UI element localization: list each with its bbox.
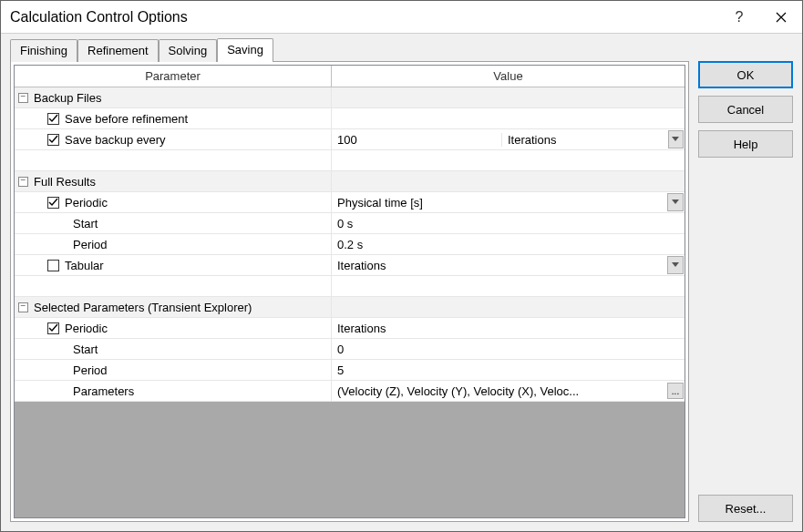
checkbox-save-before-refinement[interactable] <box>47 113 59 125</box>
group-text: Backup Files <box>34 91 101 105</box>
param-label: Parameters <box>73 384 134 398</box>
reset-button[interactable]: Reset... <box>698 495 793 522</box>
full-tabular-dropdown[interactable] <box>667 256 684 274</box>
param-label: Start <box>73 217 98 230</box>
check-icon <box>48 135 58 145</box>
checkbox-full-tabular[interactable] <box>47 260 59 271</box>
collapse-icon[interactable] <box>18 93 28 103</box>
param-cell: Period <box>15 360 332 380</box>
check-icon <box>48 114 58 124</box>
titlebar-buttons: ? <box>718 1 802 33</box>
param-label: Start <box>73 343 98 356</box>
dialog-body: Finishing Refinement Solving Saving Para… <box>1 34 802 531</box>
row-save-before-refinement: Save before refinement <box>15 108 685 129</box>
sel-period-value: 5 <box>332 363 685 377</box>
left-column: Finishing Refinement Solving Saving Para… <box>10 37 689 522</box>
row-sel-period: Period 5 <box>15 360 685 381</box>
value-cell: (Velocity (Z), Velocity (Y), Velocity (X… <box>332 381 685 401</box>
cancel-button[interactable]: Cancel <box>698 96 793 123</box>
property-grid: Parameter Value Backup Files <box>14 65 685 518</box>
check-icon <box>48 323 58 333</box>
collapse-icon[interactable] <box>18 177 28 187</box>
help-button[interactable]: Help <box>698 130 793 158</box>
row-full-periodic: Periodic Physical time [s] <box>15 192 685 213</box>
value-cell[interactable]: 0 s <box>332 213 685 233</box>
titlebar: Calculation Control Options ? <box>1 1 802 34</box>
param-cell: Save backup every <box>15 129 332 149</box>
header-value: Value <box>332 66 685 87</box>
backup-unit-value[interactable]: Iterations <box>502 133 668 147</box>
sel-start-value: 0 <box>332 343 685 356</box>
param-cell: Start <box>15 213 332 233</box>
param-label: Period <box>73 238 108 251</box>
param-cell: Period <box>15 234 332 254</box>
grid-empty-area <box>15 402 685 517</box>
tab-finishing[interactable]: Finishing <box>10 39 77 62</box>
group-label[interactable]: Full Results <box>15 171 332 191</box>
right-button-column: OK Cancel Help Reset... <box>698 37 793 522</box>
grid-rows: Backup Files Save before refinement <box>15 87 685 402</box>
chevron-down-icon <box>672 200 679 205</box>
param-label: Save before refinement <box>65 112 188 126</box>
group-selected-parameters: Selected Parameters (Transient Explorer) <box>15 297 685 318</box>
value-cell[interactable]: Iterations <box>332 318 685 338</box>
value-cell[interactable]: 5 <box>332 360 685 380</box>
collapse-icon[interactable] <box>18 302 28 312</box>
full-tabular-value[interactable]: Iterations <box>332 259 667 272</box>
header-parameter: Parameter <box>15 66 332 87</box>
group-value-empty <box>332 87 685 107</box>
value-cell[interactable]: 0.2 s <box>332 234 685 254</box>
tab-saving[interactable]: Saving <box>217 38 273 62</box>
full-periodic-value[interactable]: Physical time [s] <box>332 196 667 210</box>
checkbox-sel-periodic[interactable] <box>47 322 59 334</box>
value-cell <box>332 108 685 128</box>
row-sel-start: Start 0 <box>15 339 685 360</box>
tab-panel-saving: Parameter Value Backup Files <box>10 61 689 522</box>
sel-parameters-value[interactable]: (Velocity (Z), Velocity (Y), Velocity (X… <box>332 384 667 398</box>
checkbox-full-periodic[interactable] <box>47 197 59 209</box>
tab-solving[interactable]: Solving <box>159 39 218 62</box>
group-backup-files: Backup Files <box>15 87 685 108</box>
backup-count-value[interactable]: 100 <box>332 133 502 147</box>
value-cell[interactable]: 0 <box>332 339 685 359</box>
tab-refinement[interactable]: Refinement <box>77 39 158 62</box>
titlebar-help-button[interactable]: ? <box>718 1 760 33</box>
close-icon <box>776 12 787 23</box>
full-period-value: 0.2 s <box>332 238 685 251</box>
group-label[interactable]: Backup Files <box>15 87 332 107</box>
titlebar-close-button[interactable] <box>760 1 802 33</box>
window-title: Calculation Control Options <box>10 9 718 26</box>
tab-strip: Finishing Refinement Solving Saving <box>10 37 689 61</box>
full-periodic-dropdown[interactable] <box>667 193 684 211</box>
group-text: Full Results <box>34 175 96 189</box>
row-sel-parameters: Parameters (Velocity (Z), Velocity (Y), … <box>15 381 685 402</box>
ok-button[interactable]: OK <box>698 61 793 88</box>
param-label: Periodic <box>65 322 108 335</box>
param-cell: Save before refinement <box>15 108 332 128</box>
group-text: Selected Parameters (Transient Explorer) <box>34 301 252 314</box>
row-full-period: Period 0.2 s <box>15 234 685 255</box>
chevron-down-icon <box>672 262 679 268</box>
spacer-row <box>15 150 685 171</box>
spacer <box>698 165 793 487</box>
row-sel-periodic: Periodic Iterations <box>15 318 685 339</box>
row-full-tabular: Tabular Iterations <box>15 255 685 276</box>
value-cell: Physical time [s] <box>332 192 685 212</box>
group-full-results: Full Results <box>15 171 685 192</box>
param-label: Periodic <box>65 196 108 210</box>
param-cell: Periodic <box>15 318 332 338</box>
grid-header: Parameter Value <box>15 66 685 87</box>
param-cell: Tabular <box>15 255 332 275</box>
checkbox-save-backup-every[interactable] <box>47 134 59 146</box>
param-cell: Start <box>15 339 332 359</box>
param-label: Save backup every <box>65 133 166 147</box>
param-label: Tabular <box>65 259 104 272</box>
row-save-backup-every: Save backup every 100 Iterations <box>15 129 685 150</box>
backup-unit-dropdown[interactable] <box>668 130 684 148</box>
row-full-start: Start 0 s <box>15 213 685 234</box>
param-cell: Parameters <box>15 381 332 401</box>
spacer-row <box>15 276 685 297</box>
sel-parameters-browse-button[interactable]: ... <box>667 383 684 399</box>
dialog-window: Calculation Control Options ? Finishing … <box>0 0 803 532</box>
group-label[interactable]: Selected Parameters (Transient Explorer) <box>15 297 332 317</box>
